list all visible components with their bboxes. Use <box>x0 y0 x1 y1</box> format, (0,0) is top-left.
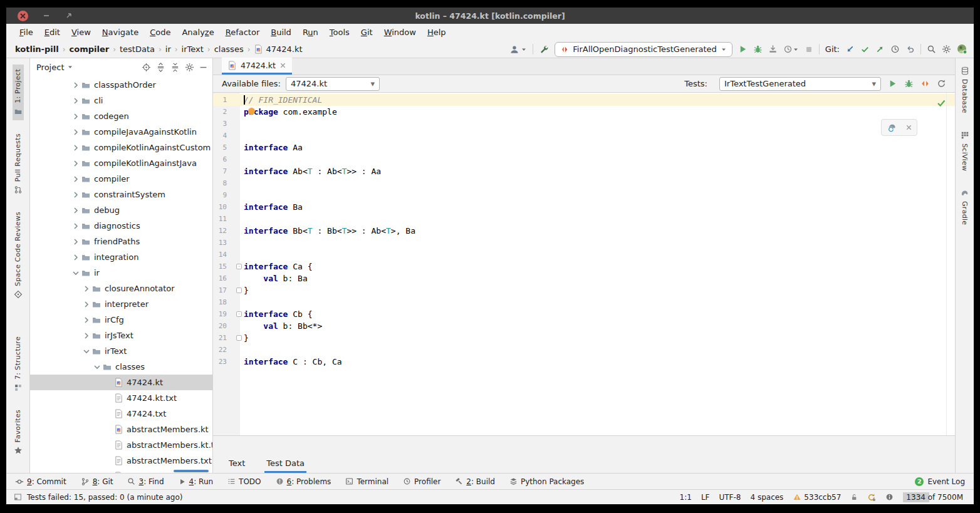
tree-item-irtext[interactable]: irText <box>30 343 212 359</box>
menu-run[interactable]: Run <box>297 26 324 39</box>
chevron-right-icon[interactable] <box>81 315 91 325</box>
chevron-down-icon[interactable] <box>71 268 81 278</box>
toolwindow-button-4-run[interactable]: 4: Run <box>179 477 214 486</box>
git-commit-icon[interactable] <box>860 44 870 54</box>
chevron-right-icon[interactable] <box>71 143 81 153</box>
history-icon[interactable] <box>890 44 900 54</box>
breadcrumb-kotlin-pill[interactable]: kotlin-pill <box>14 44 60 54</box>
tree-item-integration[interactable]: integration <box>30 249 212 265</box>
toolwindow-button-6-problems[interactable]: 6: Problems <box>276 477 331 486</box>
stripe-pull-requests[interactable]: Pull Requests <box>13 129 24 199</box>
code-line-19[interactable]: 19-interface Cb { <box>213 308 955 320</box>
menu-code[interactable]: Code <box>144 26 176 39</box>
breadcrumb-compiler[interactable]: compiler <box>68 44 111 54</box>
menu-file[interactable]: File <box>14 26 39 39</box>
stripe-favorites[interactable]: Favorites <box>13 405 24 459</box>
code-line-22[interactable]: 22 <box>213 344 955 356</box>
toolwindow-button-python-packages[interactable]: Python Packages <box>509 477 584 486</box>
toolwindow-button-8-git[interactable]: 8: Git <box>81 477 113 486</box>
gradle-reload-icon[interactable] <box>886 122 900 133</box>
tree-item-debug[interactable]: debug <box>30 202 212 218</box>
expand-all-icon[interactable] <box>156 63 165 72</box>
chevron-right-icon[interactable] <box>71 237 81 247</box>
tree-item-irjstext[interactable]: irJsText <box>30 328 212 343</box>
tree-item-abstractmembers-kt[interactable]: abstractMembers.kt <box>30 422 212 437</box>
bug-icon[interactable] <box>753 44 763 54</box>
tree-item-47424-kt[interactable]: 47424.kt <box>30 375 212 390</box>
chevron-down-icon[interactable] <box>67 64 73 70</box>
code-line-12[interactable]: 12interface Bb<T : Bb<T>> : Ab<T>, Ba <box>213 225 955 237</box>
code-line-18[interactable]: 18 <box>213 296 955 308</box>
code-line-1[interactable]: 1// FIR_IDENTICAL <box>213 94 955 106</box>
tree-item-friendpaths[interactable]: friendPaths <box>30 234 212 249</box>
toolwindow-button-2-build[interactable]: 2: Build <box>455 477 495 486</box>
toolwindow-toggle-icon[interactable] <box>14 493 22 501</box>
menu-edit[interactable]: Edit <box>39 26 66 39</box>
code-line-3[interactable]: 3 <box>213 118 955 130</box>
chevron-right-icon[interactable] <box>71 174 81 184</box>
breadcrumb-ir[interactable]: ir <box>164 44 172 54</box>
tree-item-compilekotlinagainstjava[interactable]: compileKotlinAgainstJava <box>30 155 212 171</box>
stop-icon[interactable] <box>805 45 813 54</box>
code-line-20[interactable]: 20 val b: Bb<*> <box>213 320 955 332</box>
lock-icon[interactable] <box>850 493 858 501</box>
stripe-7-structure[interactable]: 7: Structure <box>13 332 24 396</box>
close-icon[interactable] <box>905 124 912 131</box>
inspections-ok-icon[interactable] <box>936 98 946 108</box>
user-account-button[interactable] <box>509 44 527 54</box>
chevron-right-icon[interactable] <box>71 96 81 106</box>
tree-item-closureannotator[interactable]: closureAnnotator <box>30 281 212 296</box>
profiler-button[interactable] <box>783 44 799 54</box>
run-configuration-select[interactable]: FirAllOpenDiagnosticTestGenerated <box>555 42 732 57</box>
fold-start-icon[interactable]: - <box>236 311 242 317</box>
locate-icon[interactable] <box>142 63 151 72</box>
refresh-icon[interactable] <box>937 79 946 88</box>
menu-build[interactable]: Build <box>265 26 297 39</box>
avatar-icon[interactable] <box>957 44 967 54</box>
event-log-button[interactable]: 2Event Log <box>915 477 965 486</box>
code-line-16[interactable]: 16 val b: Ba <box>213 272 955 284</box>
rollback-icon[interactable] <box>905 44 915 54</box>
chevron-right-icon[interactable] <box>71 190 81 200</box>
breadcrumb-47424-kt[interactable]: 47424.kt <box>253 44 303 54</box>
menu-tools[interactable]: Tools <box>324 26 355 39</box>
breadcrumb-irtext[interactable]: irText <box>180 44 205 54</box>
tree-item-47424-txt[interactable]: 47424.txt <box>30 406 212 422</box>
menu-help[interactable]: Help <box>422 26 452 39</box>
editor-scrollbar-track[interactable] <box>946 93 947 435</box>
tree-item-constraintsystem[interactable]: constraintSystem <box>30 187 212 202</box>
gear-icon[interactable] <box>942 44 951 54</box>
chevron-right-icon[interactable] <box>71 127 81 137</box>
code-line-7[interactable]: 7interface Ab<T : Ab<T>> : Aa <box>213 165 955 177</box>
chevron-right-icon[interactable] <box>71 111 81 122</box>
code-line-2[interactable]: 2package com.example <box>213 106 955 118</box>
chevron-down-icon[interactable] <box>92 362 102 372</box>
toolwindow-button-todo[interactable]: TODO <box>227 477 261 486</box>
stripe-sciview[interactable]: SciView <box>959 127 971 175</box>
toolwindow-button-3-find[interactable]: 3: Find <box>127 477 164 486</box>
code-line-9[interactable]: 9 <box>213 189 955 201</box>
chevron-right-icon[interactable] <box>71 252 81 262</box>
toolwindow-button-profiler[interactable]: Profiler <box>403 477 440 486</box>
coverage-icon[interactable] <box>768 44 778 54</box>
tree-item-47424-kt-txt[interactable]: 47424.kt.txt <box>30 390 212 406</box>
tree-item-compiler[interactable]: compiler <box>30 171 212 187</box>
chevron-down-icon[interactable] <box>81 346 91 356</box>
tree-item-diagnostics[interactable]: diagnostics <box>30 218 212 234</box>
line-ending-widget[interactable]: LF <box>701 493 710 502</box>
caret-position-widget[interactable]: 1:1 <box>680 493 692 502</box>
tree-item-compilekotlinagainstcustom[interactable]: compileKotlinAgainstCustom <box>30 140 212 155</box>
horizontal-scrollbar-thumb[interactable] <box>174 470 209 472</box>
debug-test-icon[interactable] <box>904 79 914 88</box>
diff-icon[interactable] <box>920 79 930 88</box>
updates-icon[interactable] <box>867 493 876 502</box>
code-line-13[interactable]: 13 <box>213 237 955 249</box>
editor-bottom-tab-test-data[interactable]: Test Data <box>264 456 306 473</box>
chevron-right-icon[interactable] <box>81 299 91 309</box>
tree-item-ir[interactable]: ir <box>30 265 212 281</box>
fold-end-icon[interactable] <box>236 288 242 293</box>
chevron-right-icon[interactable] <box>71 205 81 215</box>
tests-select[interactable]: IrTextTestGenerated ▾ <box>719 77 881 91</box>
encoding-widget[interactable]: UTF-8 <box>719 493 741 502</box>
tree-item-interpreter[interactable]: interpreter <box>30 296 212 312</box>
